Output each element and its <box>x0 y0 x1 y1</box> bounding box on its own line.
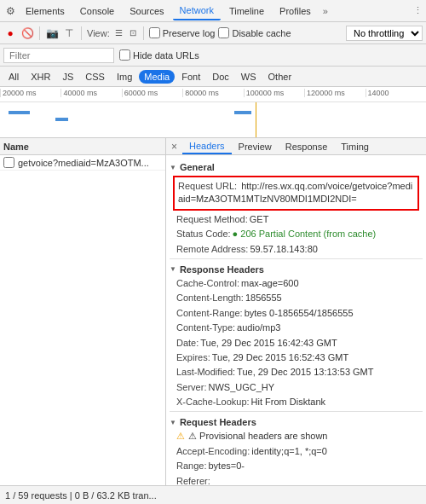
tab-network[interactable]: Network <box>173 2 221 20</box>
last-modified-row: Last-Modified: Tue, 29 Dec 2015 13:13:53… <box>170 365 423 379</box>
ruler-mark-7: 14000 <box>366 89 426 97</box>
list-header: Name <box>0 138 165 155</box>
ruler-mark-2: 40000 ms <box>60 89 121 97</box>
request-method-row: Request Method: GET <box>170 212 423 227</box>
record-button[interactable]: ● <box>3 26 17 40</box>
separator-3 <box>143 26 144 40</box>
filter-tab-xhr[interactable]: XHR <box>26 70 55 84</box>
filter-tab-css[interactable]: CSS <box>80 70 110 84</box>
ruler-mark-3: 60000 ms <box>122 89 182 97</box>
list-item[interactable]: getvoice?mediaid=MzA3OTM... <box>0 155 165 171</box>
expires-row: Expires: Tue, 29 Dec 2015 16:52:43 GMT <box>170 350 423 365</box>
view-screen-btn[interactable]: ⊡ <box>128 27 138 38</box>
ruler-mark-1: 20000 ms <box>0 89 60 97</box>
tab-profiles[interactable]: Profiles <box>273 3 318 20</box>
filter-tab-ws[interactable]: WS <box>236 70 262 84</box>
filter-tab-all[interactable]: All <box>3 70 24 84</box>
separator-1 <box>39 26 40 40</box>
tab-sources[interactable]: Sources <box>123 3 170 20</box>
status-code-row: Status Code: ● 206 Partial Content (from… <box>170 227 423 241</box>
server-row: Server: NWS_UGC_HY <box>170 380 423 395</box>
detail-close-btn[interactable]: × <box>166 141 182 153</box>
timeline-area: 20000 ms 40000 ms 60000 ms 80000 ms 1000… <box>0 87 426 138</box>
detail-tab-timing[interactable]: Timing <box>334 140 376 154</box>
request-url-box: Request URL: http://res.wx.qq.com/voice/… <box>173 176 419 211</box>
filter-button[interactable]: ⊤ <box>62 26 76 40</box>
devtools-logo: ⚙ <box>3 4 17 18</box>
provisional-warning-row: ⚠ ⚠ Provisional headers are shown <box>170 429 423 443</box>
timeline-bar-2 <box>55 118 68 121</box>
tab-elements[interactable]: Elements <box>19 3 72 20</box>
timeline-ruler: 20000 ms 40000 ms 60000 ms 80000 ms 1000… <box>0 87 426 102</box>
content-range-row: Content-Range: bytes 0-1856554/1856555 <box>170 306 423 321</box>
referer-row: Referer: http://mp.weixin.qq.com/s?__biz… <box>170 474 423 485</box>
view-list-btn[interactable]: ☰ <box>113 27 124 38</box>
type-filter-tabs: All XHR JS CSS Img Media Font Doc WS Oth… <box>0 67 426 87</box>
tab-more-btn[interactable]: » <box>320 6 331 16</box>
filter-input[interactable] <box>3 48 114 63</box>
timeline-marker <box>256 102 256 138</box>
request-headers-section-header: Request Headers <box>170 414 423 429</box>
status-text: 1 / 59 requests | 0 B / 63.2 KB tran... <box>5 490 157 501</box>
remote-address-key: Remote Address: <box>176 243 248 256</box>
ruler-mark-5: 100000 ms <box>244 89 304 97</box>
accept-encoding-row: Accept-Encoding: identity;q=1, *;q=0 <box>170 444 423 459</box>
ruler-mark-6: 120000 ms <box>304 89 365 97</box>
top-toolbar: ⚙ Elements Console Sources Network Timel… <box>0 0 426 22</box>
warning-icon: ⚠ <box>176 430 185 443</box>
range-row: Range: bytes=0- <box>170 459 423 473</box>
tab-console[interactable]: Console <box>73 3 121 20</box>
clear-button[interactable]: 🚫 <box>20 26 34 40</box>
list-item-checkbox[interactable] <box>3 157 14 168</box>
tab-menu-btn[interactable]: ⋮ <box>413 5 423 16</box>
preserve-log-checkbox[interactable]: Preserve log <box>149 27 216 38</box>
request-method-key: Request Method: <box>176 213 248 226</box>
separator-2 <box>81 26 82 40</box>
ruler-mark-4: 80000 ms <box>182 89 243 97</box>
camera-button[interactable]: 📷 <box>45 26 59 40</box>
remote-address-row: Remote Address: 59.57.18.143:80 <box>170 242 423 257</box>
tab-timeline[interactable]: Timeline <box>222 3 271 20</box>
filter-tab-font[interactable]: Font <box>176 70 205 84</box>
filter-tab-doc[interactable]: Doc <box>207 70 234 84</box>
filter-tab-img[interactable]: Img <box>112 70 137 84</box>
response-headers-section-header: Response Headers <box>170 261 423 276</box>
list-item-name: getvoice?mediaid=MzA3OTM... <box>18 158 162 168</box>
detail-tabs: × Headers Preview Response Timing <box>166 138 426 155</box>
timeline-bars <box>0 102 426 138</box>
throttle-select[interactable]: No throttling <box>346 26 423 41</box>
detail-tab-headers[interactable]: Headers <box>182 139 232 154</box>
remote-address-value: 59.57.18.143:80 <box>250 243 318 256</box>
filter-tab-other[interactable]: Other <box>263 70 297 84</box>
request-url-key: Request URL: <box>178 181 237 191</box>
main-area: Name getvoice?mediaid=MzA3OTM... × Heade… <box>0 138 426 485</box>
content-type-row: Content-Type: audio/mp3 <box>170 321 423 335</box>
detail-tab-preview[interactable]: Preview <box>232 140 279 154</box>
content-length-row: Content-Length: 1856555 <box>170 291 423 305</box>
date-row: Date: Tue, 29 Dec 2015 16:42:43 GMT <box>170 336 423 350</box>
status-code-value: ● 206 Partial Content (from cache) <box>233 228 377 240</box>
headers-content: General Request URL: http://res.wx.qq.co… <box>166 155 426 485</box>
network-toolbar: ● 🚫 📷 ⊤ View: ☰ ⊡ Preserve log Disable c… <box>0 22 426 44</box>
disable-cache-checkbox[interactable]: Disable cache <box>218 27 291 38</box>
view-label: View: <box>87 28 110 38</box>
section-divider-2 <box>170 411 423 412</box>
detail-panel: × Headers Preview Response Timing Genera… <box>166 138 426 485</box>
filter-tab-js[interactable]: JS <box>57 70 78 84</box>
x-cache-row: X-Cache-Lookup: Hit From Disktank <box>170 395 423 409</box>
hide-data-urls-checkbox[interactable]: Hide data URLs <box>119 49 199 61</box>
cache-control-row: Cache-Control: max-age=600 <box>170 276 423 291</box>
request-list-panel: Name getvoice?mediaid=MzA3OTM... <box>0 138 166 485</box>
section-divider-1 <box>170 258 423 259</box>
status-code-key: Status Code: <box>176 228 231 240</box>
status-bar: 1 / 59 requests | 0 B / 63.2 KB tran... <box>0 485 426 504</box>
detail-tab-response[interactable]: Response <box>279 140 335 154</box>
request-method-value: GET <box>250 213 269 226</box>
timeline-bar-3 <box>234 111 251 114</box>
timeline-bar-1 <box>9 111 30 114</box>
filter-toolbar: Hide data URLs <box>0 44 426 67</box>
general-section-header: General <box>170 159 423 174</box>
filter-tab-media[interactable]: Media <box>139 70 175 84</box>
provisional-warning-text: ⚠ Provisional headers are shown <box>188 430 327 443</box>
